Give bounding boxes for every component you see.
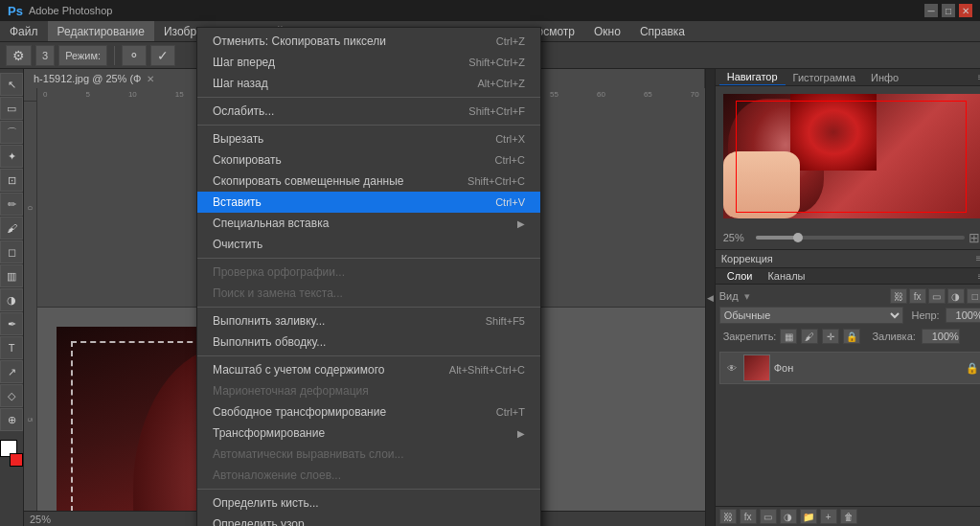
ctx-spellcheck: Проверка орфографии... bbox=[197, 262, 540, 283]
ctx-sep-2 bbox=[197, 125, 540, 126]
ctx-cut[interactable]: Вырезать Ctrl+X bbox=[197, 128, 540, 149]
ctx-auto-blend: Автоналожение слоев... bbox=[197, 465, 540, 486]
ctx-sep-5 bbox=[197, 355, 540, 356]
context-menu-overlay: Отменить: Скопировать пиксели Ctrl+Z Шаг… bbox=[0, 0, 980, 526]
ctx-fill[interactable]: Выполнить заливку... Shift+F5 bbox=[197, 310, 540, 332]
ctx-step-back[interactable]: Шаг назад Alt+Ctrl+Z bbox=[197, 73, 540, 94]
ctx-transform[interactable]: Трансформирование ▶ bbox=[197, 423, 540, 444]
ctx-paste[interactable]: Вставить Ctrl+V bbox=[197, 192, 540, 213]
ctx-free-transform[interactable]: Свободное трансформирование Ctrl+T bbox=[197, 401, 540, 423]
ctx-content-aware-scale[interactable]: Масштаб с учетом содержимого Alt+Shift+C… bbox=[197, 359, 540, 380]
ctx-undo[interactable]: Отменить: Скопировать пиксели Ctrl+Z bbox=[197, 31, 540, 52]
ctx-define-brush[interactable]: Определить кисть... bbox=[197, 492, 540, 514]
ctx-sep-1 bbox=[197, 97, 540, 98]
ctx-puppet-warp: Марионеточная деформация bbox=[197, 380, 540, 401]
ctx-define-pattern[interactable]: Определить узор... bbox=[197, 514, 540, 526]
ctx-copy[interactable]: Скопировать Ctrl+C bbox=[197, 149, 540, 171]
ctx-sep-6 bbox=[197, 489, 540, 490]
ctx-paste-special[interactable]: Специальная вставка ▶ bbox=[197, 213, 540, 234]
ctx-find-replace: Поиск и замена текста... bbox=[197, 283, 540, 304]
ctx-stroke[interactable]: Выполнить обводку... bbox=[197, 332, 540, 353]
ctx-copy-merged[interactable]: Скопировать совмещенные данные Shift+Ctr… bbox=[197, 171, 540, 192]
ctx-sep-3 bbox=[197, 258, 540, 259]
ctx-sep-4 bbox=[197, 307, 540, 308]
context-menu: Отменить: Скопировать пиксели Ctrl+Z Шаг… bbox=[196, 27, 541, 526]
ctx-step-forward[interactable]: Шаг вперед Shift+Ctrl+Z bbox=[197, 52, 540, 73]
ctx-auto-align: Автоматически выравнивать слои... bbox=[197, 444, 540, 465]
ctx-clear[interactable]: Очистить bbox=[197, 234, 540, 255]
ctx-fade[interactable]: Ослабить... Shift+Ctrl+F bbox=[197, 101, 540, 122]
